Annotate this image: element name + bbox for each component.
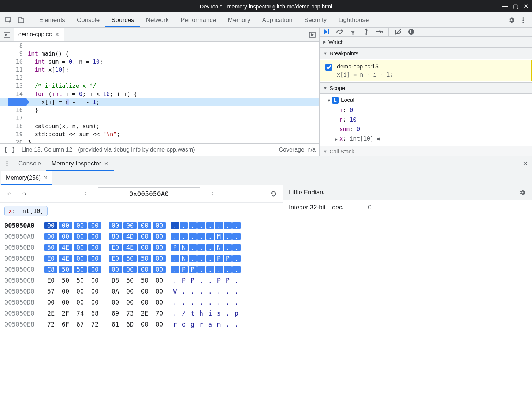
run-snippet-icon[interactable] <box>307 29 318 40</box>
ascii-byte[interactable]: . <box>206 244 214 251</box>
memory-subtab[interactable]: Memory(256) ✕ <box>1 171 52 185</box>
hex-byte[interactable]: 00 <box>74 299 87 306</box>
maximize-icon[interactable]: ▢ <box>513 3 518 10</box>
ascii-byte[interactable]: i <box>206 310 214 317</box>
scope-var-x[interactable]: ▶x: int[10] ⌸ <box>323 134 528 144</box>
value-format-select[interactable]: dec ⌄ <box>332 204 344 211</box>
hex-byte[interactable]: 00 <box>138 222 151 229</box>
ascii-byte[interactable]: m <box>215 321 223 328</box>
hex-byte[interactable]: 00 <box>138 299 151 306</box>
ascii-byte[interactable]: . <box>197 277 205 284</box>
ascii-byte[interactable]: g <box>189 321 197 328</box>
hex-byte[interactable]: 2E <box>44 310 57 317</box>
tab-security[interactable]: Security <box>298 12 332 27</box>
hex-byte[interactable]: 00 <box>74 288 87 295</box>
navigator-toggle-icon[interactable] <box>1 29 12 40</box>
hex-byte[interactable]: 00 <box>153 222 166 229</box>
ascii-byte[interactable]: a <box>206 321 214 328</box>
code-line[interactable]: 17 <box>0 114 319 122</box>
hex-byte[interactable]: 80 <box>109 233 122 240</box>
ascii-byte[interactable]: P <box>224 277 232 284</box>
tab-console[interactable]: Console <box>71 12 105 27</box>
hex-byte[interactable]: 00 <box>109 299 122 306</box>
hex-byte[interactable]: 50 <box>59 266 72 273</box>
hex-byte[interactable]: 00 <box>153 299 166 306</box>
ascii-byte[interactable]: h <box>197 310 205 317</box>
close-tab-icon[interactable]: ✕ <box>55 31 59 37</box>
hex-byte[interactable]: 50 <box>138 255 151 262</box>
code-line[interactable]: 10 int sum = 0, n = 10; <box>0 58 319 66</box>
ascii-byte[interactable]: . <box>215 288 223 295</box>
hex-byte[interactable]: 00 <box>88 233 101 240</box>
hex-byte[interactable]: E0 <box>44 277 57 284</box>
ascii-byte[interactable]: . <box>171 299 179 306</box>
ascii-byte[interactable]: . <box>189 233 197 240</box>
hex-byte[interactable]: 61 <box>109 321 122 328</box>
ascii-byte[interactable]: P <box>180 277 188 284</box>
ascii-byte[interactable]: . <box>171 233 179 240</box>
ascii-byte[interactable]: . <box>206 288 214 295</box>
ascii-byte[interactable]: . <box>206 277 214 284</box>
hex-byte[interactable]: 00 <box>138 266 151 273</box>
hex-byte[interactable]: 00 <box>88 222 101 229</box>
ascii-byte[interactable]: . <box>232 222 241 229</box>
close-subtab-icon[interactable]: ✕ <box>44 175 48 181</box>
address-input[interactable]: 0x005050A0 <box>98 187 200 200</box>
ascii-byte[interactable]: . <box>206 255 214 262</box>
ascii-byte[interactable]: . <box>180 299 188 306</box>
ascii-byte[interactable]: . <box>171 266 179 273</box>
ascii-byte[interactable]: P <box>224 255 232 262</box>
hex-byte[interactable]: 74 <box>74 310 87 317</box>
hex-byte[interactable]: 00 <box>88 277 101 284</box>
reveal-in-memory-icon[interactable]: ⌸ <box>377 136 380 142</box>
step-icon[interactable] <box>375 28 383 36</box>
ascii-byte[interactable]: o <box>180 321 188 328</box>
ascii-byte[interactable]: . <box>224 233 232 240</box>
ascii-byte[interactable]: . <box>171 255 179 262</box>
hex-byte[interactable]: 00 <box>109 266 122 273</box>
ascii-byte[interactable]: . <box>206 299 214 306</box>
hex-byte[interactable]: 68 <box>88 310 101 317</box>
ascii-byte[interactable]: M <box>215 233 223 240</box>
tab-memory[interactable]: Memory <box>222 12 256 27</box>
undo-icon[interactable]: ↶ <box>4 189 14 199</box>
ascii-byte[interactable]: W <box>171 288 179 295</box>
breakpoint-checkbox[interactable] <box>325 64 332 71</box>
hex-byte[interactable]: 4E <box>123 244 137 251</box>
tab-application[interactable]: Application <box>256 12 298 27</box>
hex-byte[interactable]: 67 <box>74 321 87 328</box>
breakpoint-item[interactable]: demo-cpp.cc:15 x[i] = n - i - 1; <box>320 60 532 81</box>
step-over-icon[interactable] <box>336 28 344 36</box>
code-editor[interactable]: 8 9int main() {10 int sum = 0, n = 10;11… <box>0 42 319 143</box>
hex-byte[interactable]: 00 <box>153 244 166 251</box>
hex-byte[interactable]: 0A <box>109 288 122 295</box>
ascii-byte[interactable]: . <box>215 222 223 229</box>
ascii-byte[interactable]: N <box>215 244 223 251</box>
ascii-byte[interactable]: . <box>215 266 223 273</box>
code-line[interactable]: 11 int x[10]; <box>0 66 319 74</box>
code-line[interactable]: 8 <box>0 42 319 50</box>
hex-byte[interactable]: C8 <box>44 266 57 273</box>
hex-byte[interactable]: 00 <box>123 288 137 295</box>
ascii-byte[interactable]: P <box>180 266 188 273</box>
code-line[interactable]: 20} <box>0 138 319 143</box>
settings-icon[interactable] <box>506 14 517 26</box>
ascii-byte[interactable]: . <box>197 288 205 295</box>
ascii-byte[interactable]: . <box>206 266 214 273</box>
hex-byte[interactable]: D8 <box>109 277 122 284</box>
ascii-byte[interactable]: . <box>197 244 205 251</box>
close-drawer-tab-icon[interactable]: ✕ <box>104 161 108 167</box>
step-into-icon[interactable] <box>349 28 357 36</box>
hex-byte[interactable]: 00 <box>74 244 87 251</box>
ascii-byte[interactable]: . <box>189 222 197 229</box>
hex-byte[interactable]: 50 <box>123 277 137 284</box>
ascii-byte[interactable]: . <box>224 222 232 229</box>
step-out-icon[interactable] <box>362 28 370 36</box>
ascii-byte[interactable]: P <box>171 244 179 251</box>
hex-byte[interactable]: 50 <box>59 277 72 284</box>
hex-byte[interactable]: 73 <box>123 310 137 317</box>
inspect-element-icon[interactable] <box>3 14 15 26</box>
hex-byte[interactable]: 00 <box>138 233 151 240</box>
tab-lighthouse[interactable]: Lighthouse <box>332 12 375 27</box>
ascii-byte[interactable]: . <box>206 233 214 240</box>
